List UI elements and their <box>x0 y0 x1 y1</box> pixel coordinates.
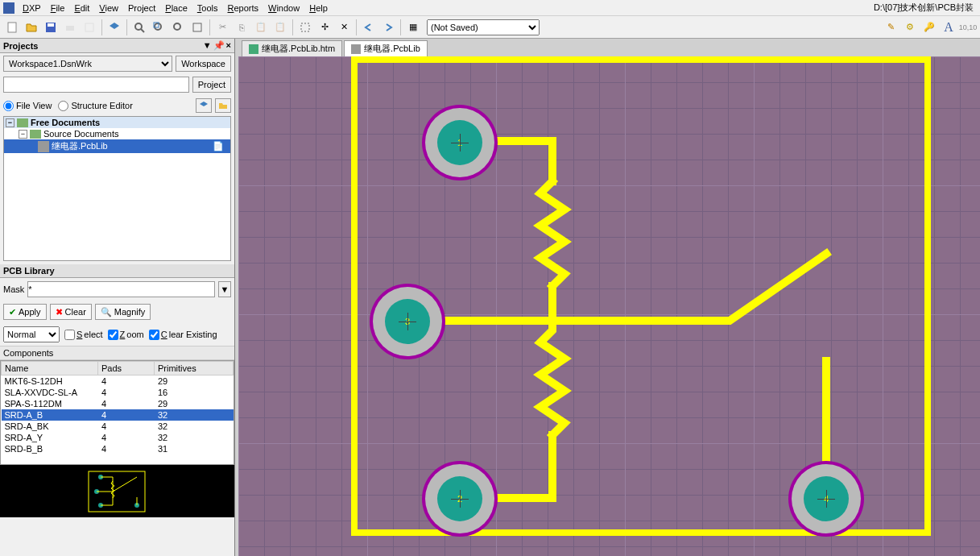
tab-pcblib[interactable]: 继电器.PcbLib <box>344 40 428 56</box>
mode-combo[interactable]: Normal <box>3 326 60 342</box>
pcb-canvas[interactable]: 1 3 2 4 <box>238 56 980 556</box>
grid-icon[interactable]: ▦ <box>404 19 422 36</box>
menu-file[interactable]: File <box>46 2 70 15</box>
print-preview-icon[interactable] <box>81 19 98 36</box>
mask-label: Mask <box>3 284 24 294</box>
project-tree[interactable]: − Free Documents − Source Documents 继电器.… <box>3 116 231 261</box>
select-icon[interactable] <box>296 19 314 36</box>
tree-folder-icon[interactable] <box>215 98 231 113</box>
zoom-checkbox[interactable]: Zoom <box>108 330 144 340</box>
folder-icon <box>17 118 28 127</box>
zoom-selected-icon[interactable] <box>169 19 187 36</box>
panel-pin-icon[interactable]: 📌 <box>213 40 225 51</box>
save-icon[interactable] <box>42 19 60 36</box>
tree-file-pcblib[interactable]: 继电器.PcbLib 📄 <box>4 139 230 153</box>
tree-compile-icon[interactable] <box>196 98 212 113</box>
workspace-button[interactable]: Workspace <box>176 56 231 72</box>
menu-reports[interactable]: Reports <box>223 2 264 15</box>
traces <box>238 56 980 556</box>
copy-icon[interactable]: ⎘ <box>233 19 250 36</box>
menu-window[interactable]: Window <box>263 2 304 15</box>
font-icon[interactable]: A <box>940 19 957 36</box>
pcblib-file-icon <box>351 44 361 54</box>
svg-rect-3 <box>66 26 74 31</box>
table-row[interactable]: SLA-XXVDC-SL-A416 <box>2 387 234 398</box>
tree-free-documents[interactable]: − Free Documents <box>4 117 230 128</box>
apply-button[interactable]: ✔ Apply <box>3 304 47 320</box>
deselect-icon[interactable]: ✕ <box>335 19 353 36</box>
table-row[interactable]: SRD-B_B431 <box>2 443 234 454</box>
sidebar: Projects ▼ 📌 × Workspace1.DsnWrk Workspa… <box>0 39 235 556</box>
panel-close-icon[interactable]: × <box>226 40 231 51</box>
compile-icon[interactable] <box>105 19 123 36</box>
menubar: DDXPXP File Edit View Project Place Tool… <box>0 0 980 16</box>
table-row[interactable]: SRD-A_Y432 <box>2 432 234 443</box>
select-checkbox[interactable]: Select <box>64 330 103 340</box>
clear-button[interactable]: ✖ Clear <box>50 304 92 320</box>
component-preview <box>0 465 234 517</box>
pcblib-file-icon <box>38 141 49 152</box>
pad-4[interactable]: 4 <box>788 461 864 537</box>
menu-project[interactable]: Project <box>123 2 160 15</box>
mask-dropdown-icon[interactable]: ▼ <box>218 281 231 297</box>
move-icon[interactable]: ✢ <box>316 19 333 36</box>
col-primitives[interactable]: Primitives <box>155 362 234 376</box>
magnify-button[interactable]: 🔍 Magnify <box>95 304 151 320</box>
folder-icon <box>30 130 41 139</box>
new-file-icon[interactable] <box>3 19 21 36</box>
clear-existing-checkbox[interactable]: Clear Existing <box>149 330 217 340</box>
file-view-radio[interactable]: File View <box>3 101 52 111</box>
collapse-icon[interactable]: − <box>6 118 14 127</box>
workspace-combo[interactable]: Workspace1.DsnWrk <box>3 56 172 72</box>
menu-dxp[interactable]: DDXPXP <box>18 2 46 15</box>
refresh-icon[interactable] <box>188 19 206 36</box>
pencil-icon[interactable]: ✎ <box>882 19 899 36</box>
cut-icon[interactable]: ✂ <box>213 19 231 36</box>
zoom-area-icon[interactable] <box>150 19 167 36</box>
structure-editor-radio[interactable]: Structure Editor <box>58 101 132 111</box>
table-row[interactable]: MKT6-S-12DH429 <box>2 376 234 388</box>
svg-point-7 <box>155 23 161 30</box>
title-path: D:\[07]技术创新\PCB封装 <box>874 2 977 14</box>
canvas-area: 继电器.PcbLib.htm 继电器.PcbLib <box>238 39 980 556</box>
app-logo-icon <box>3 2 14 14</box>
zoom-fit-icon[interactable] <box>130 19 148 36</box>
redo-icon[interactable] <box>379 19 397 36</box>
col-name[interactable]: Name <box>2 362 98 376</box>
components-table[interactable]: Name Pads Primitives MKT6-S-12DH429SLA-X… <box>0 360 234 465</box>
tree-source-documents[interactable]: − Source Documents <box>4 128 230 139</box>
pad-2[interactable]: 2 <box>422 461 498 537</box>
toolbar: ✂ ⎘ 📋 📋 ✢ ✕ ▦ (Not Saved) ✎ ⚙ 🔑 A 10,10 <box>0 16 980 39</box>
paste-special-icon[interactable]: 📋 <box>271 19 289 36</box>
saved-combo[interactable]: (Not Saved) <box>427 19 540 35</box>
pad-3[interactable]: 3 <box>370 284 445 359</box>
mask-input[interactable] <box>27 281 215 297</box>
menu-place[interactable]: Place <box>160 2 192 15</box>
undo-icon[interactable] <box>360 19 378 36</box>
menu-tools[interactable]: Tools <box>192 2 223 15</box>
svg-point-9 <box>174 23 180 30</box>
paste-icon[interactable]: 📋 <box>252 19 270 36</box>
print-icon[interactable] <box>61 19 79 36</box>
tab-htm[interactable]: 继电器.PcbLib.htm <box>242 40 342 56</box>
pcblib-header: PCB Library <box>0 264 234 278</box>
document-tabs: 继电器.PcbLib.htm 继电器.PcbLib <box>238 39 980 56</box>
col-pads[interactable]: Pads <box>98 362 155 376</box>
gear-icon[interactable]: ⚙ <box>901 19 919 36</box>
table-row[interactable]: SPA-S-112DM429 <box>2 398 234 409</box>
measure-icon[interactable]: 10,10 <box>959 19 977 36</box>
table-row[interactable]: SRD-A_BK432 <box>2 421 234 432</box>
open-folder-icon[interactable] <box>23 19 40 36</box>
menu-edit[interactable]: Edit <box>69 2 94 15</box>
project-input[interactable] <box>3 77 189 93</box>
projects-panel: Projects ▼ 📌 × Workspace1.DsnWrk Workspa… <box>0 39 234 264</box>
table-row[interactable]: SRD-A_B432 <box>2 409 234 421</box>
panel-dropdown-icon[interactable]: ▼ <box>203 40 212 51</box>
projects-header: Projects ▼ 📌 × <box>0 39 234 53</box>
pad-1[interactable]: 1 <box>422 105 498 180</box>
project-button[interactable]: Project <box>192 77 231 93</box>
menu-help[interactable]: Help <box>304 2 333 15</box>
menu-view[interactable]: View <box>94 2 123 15</box>
collapse-icon[interactable]: − <box>19 130 27 139</box>
key-icon[interactable]: 🔑 <box>920 19 938 36</box>
